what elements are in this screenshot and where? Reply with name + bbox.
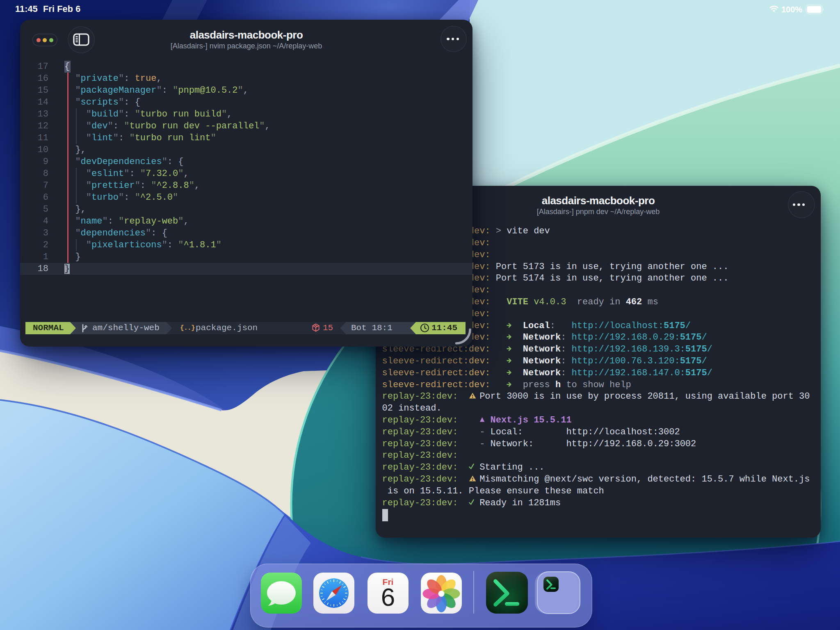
svg-text:6: 6: [381, 583, 395, 611]
